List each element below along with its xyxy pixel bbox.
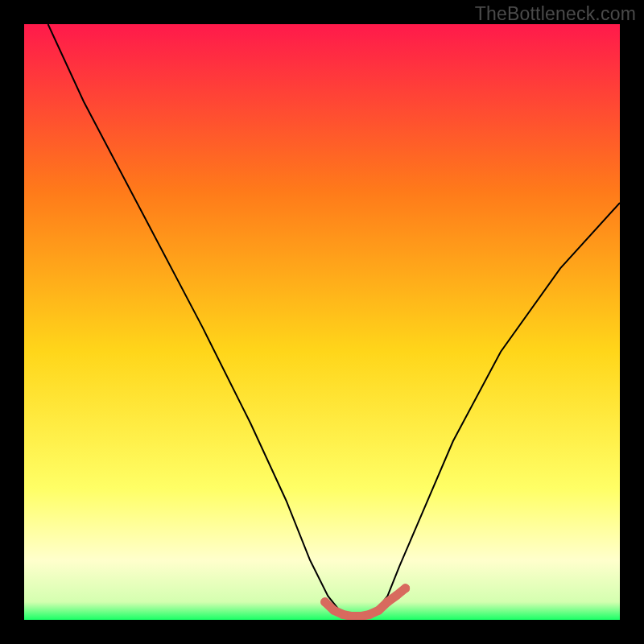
bottleneck-chart — [24, 24, 620, 620]
optimal-range-dot — [383, 597, 392, 606]
optimal-range-dot — [329, 606, 338, 615]
watermark-text: TheBottleneck.com — [475, 3, 636, 25]
chart-frame: TheBottleneck.com — [0, 0, 644, 644]
optimal-range-dot — [401, 584, 410, 592]
optimal-range-dot — [338, 610, 347, 619]
gradient-background — [24, 24, 620, 620]
plot-area — [24, 24, 620, 620]
optimal-range-dot — [320, 597, 329, 606]
optimal-range-dot — [392, 591, 401, 600]
optimal-range-dot — [365, 610, 374, 619]
optimal-range-dot — [374, 606, 383, 615]
